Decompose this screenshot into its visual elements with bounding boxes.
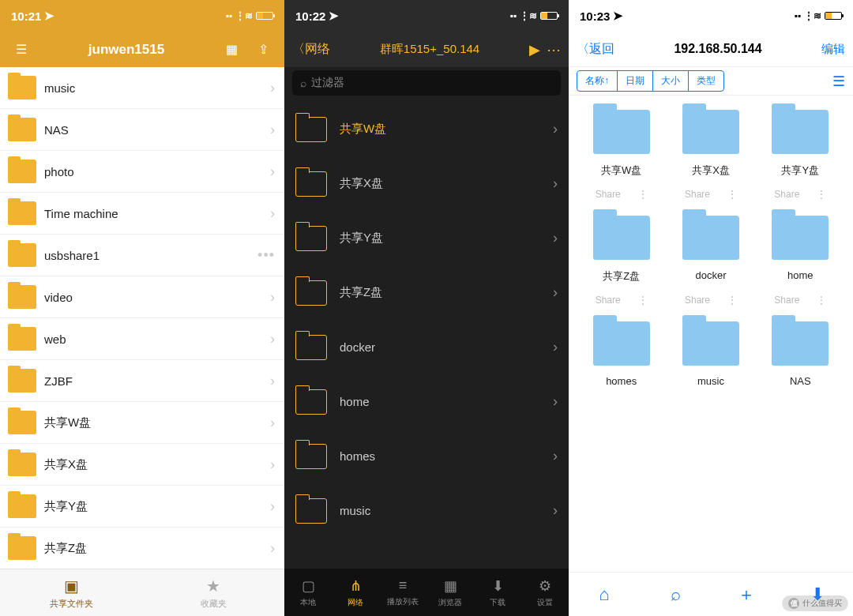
- folder-cell[interactable]: music: [669, 321, 752, 387]
- folder-label: 共享Y盘: [44, 499, 270, 514]
- folder-label: 共享W盘: [44, 415, 270, 430]
- more-vert-icon[interactable]: ⋮: [638, 189, 648, 200]
- list-item[interactable]: homes ›: [284, 429, 569, 483]
- share-label[interactable]: Share: [774, 295, 799, 306]
- folder-label: 共享X盘: [340, 176, 553, 191]
- tab-4[interactable]: ⬇ 下载: [474, 569, 521, 616]
- status-bar: 10:23 ➤ ▪▪ ⋮≋: [569, 0, 853, 32]
- chevron-right-icon: ›: [553, 121, 558, 137]
- folder-icon: [295, 280, 327, 306]
- tab-icon: ⬇: [492, 577, 504, 595]
- filter-input[interactable]: ⌕ 过滤器: [292, 70, 561, 96]
- nav-bar: 〈 返回 192.168.50.144 编辑: [569, 32, 853, 67]
- share-icon[interactable]: ⇪: [253, 39, 273, 60]
- folder-icon: [8, 411, 36, 434]
- sort-segment[interactable]: 名称↑日期大小类型: [577, 70, 724, 92]
- edit-button[interactable]: 编辑: [821, 42, 845, 57]
- sort-option[interactable]: 日期: [618, 71, 653, 91]
- more-vert-icon[interactable]: ⋮: [817, 189, 826, 200]
- list-item[interactable]: music ›: [284, 483, 569, 538]
- list-item[interactable]: 共享X盘 ›: [0, 444, 284, 486]
- more-vert-icon[interactable]: ⋮: [817, 295, 826, 306]
- share-label[interactable]: Share: [774, 189, 799, 200]
- tab-5[interactable]: ⚙ 设置: [521, 569, 569, 616]
- list-item[interactable]: 共享X盘 ›: [284, 156, 569, 211]
- folder-cell[interactable]: 共享X盘: [669, 110, 752, 178]
- folder-cell[interactable]: homes: [580, 321, 663, 387]
- chevron-right-icon: ›: [553, 448, 558, 464]
- tab-add[interactable]: ＋: [711, 573, 782, 616]
- tab-shared-folders[interactable]: ▣ 共享文件夹: [0, 569, 142, 616]
- tab-1[interactable]: ⋔ 网络: [332, 569, 379, 616]
- folder-cell[interactable]: 共享W盘: [580, 110, 663, 178]
- more-vert-icon[interactable]: ⋮: [638, 295, 648, 306]
- list-item[interactable]: video ›: [0, 276, 284, 318]
- list-item[interactable]: docker ›: [284, 320, 569, 374]
- list-item[interactable]: 共享Z盘 ›: [284, 265, 569, 320]
- tab-3[interactable]: ▦ 浏览器: [426, 569, 474, 616]
- share-label[interactable]: Share: [596, 189, 621, 200]
- list-item[interactable]: NAS ›: [0, 109, 284, 151]
- more-icon[interactable]: ⋯: [547, 41, 561, 58]
- folder-icon: [8, 243, 36, 267]
- sort-option[interactable]: 类型: [689, 71, 723, 91]
- list-item[interactable]: 共享W盘 ›: [284, 102, 569, 156]
- list-item[interactable]: web ›: [0, 318, 284, 360]
- folder-cell[interactable]: NAS: [759, 321, 842, 387]
- list-item[interactable]: photo ›: [0, 151, 284, 193]
- play-icon[interactable]: ▶: [529, 41, 540, 58]
- view-icon[interactable]: ▦: [221, 39, 242, 60]
- folder-icon: [682, 110, 739, 154]
- plus-icon: ＋: [738, 583, 755, 607]
- folder-grid[interactable]: 共享W盘 共享X盘 共享Y盘Share ⋮Share ⋮Share ⋮ 共享Z盘…: [569, 96, 853, 572]
- folder-cell[interactable]: 共享Z盘: [580, 216, 663, 284]
- folder-icon: [593, 110, 650, 154]
- folder-icon: [8, 285, 36, 309]
- tab-2[interactable]: ≡ 播放列表: [379, 569, 426, 616]
- list-item[interactable]: 共享Y盘 ›: [284, 211, 569, 265]
- back-button[interactable]: 〈 返回: [577, 41, 614, 58]
- share-label[interactable]: Share: [685, 189, 710, 200]
- folder-label: Time machine: [44, 207, 270, 220]
- share-label[interactable]: Share: [685, 295, 710, 306]
- tab-favorites[interactable]: ★ 收藏夹: [142, 569, 284, 616]
- more-vert-icon[interactable]: ⋮: [727, 189, 737, 200]
- tab-search[interactable]: ⌕: [640, 573, 711, 616]
- folder-label: 共享X盘: [692, 163, 730, 178]
- tab-0[interactable]: ▢ 本地: [284, 569, 332, 616]
- bottom-tabs: ▢ 本地⋔ 网络≡ 播放列表▦ 浏览器⬇ 下载⚙ 设置: [284, 569, 569, 616]
- tab-home[interactable]: ⌂: [569, 573, 640, 616]
- watermark: 值 什么值得买: [782, 595, 848, 611]
- menu-icon[interactable]: ☰: [11, 39, 32, 60]
- sort-option[interactable]: 大小: [653, 71, 689, 91]
- folder-icon: [593, 321, 650, 366]
- list-view-icon[interactable]: ☰: [832, 73, 845, 90]
- list-item[interactable]: Time machine ›: [0, 193, 284, 235]
- list-item[interactable]: 共享Y盘 ›: [0, 486, 284, 528]
- nav-bar: ☰ junwen1515 ▦ ⇪: [0, 32, 284, 67]
- folder-cell[interactable]: home: [759, 216, 842, 284]
- back-button[interactable]: 〈 网络: [292, 41, 330, 58]
- list-item[interactable]: ZJBF ›: [0, 360, 284, 402]
- chevron-right-icon: ›: [270, 205, 275, 222]
- folder-icon: [295, 117, 327, 142]
- list-item[interactable]: usbshare1 •••: [0, 235, 284, 276]
- folder-cell[interactable]: docker: [669, 216, 752, 284]
- folder-icon: [295, 389, 327, 415]
- list-item[interactable]: 共享W盘 ›: [0, 402, 284, 444]
- more-icon[interactable]: •••: [257, 247, 275, 264]
- chevron-right-icon: ›: [270, 122, 275, 138]
- folder-list[interactable]: music › NAS › photo › Time machine › usb…: [0, 67, 284, 569]
- tab-icon: ⋔: [350, 577, 362, 595]
- list-item[interactable]: 共享Z盘 ›: [0, 528, 284, 569]
- status-time: 10:22: [295, 9, 325, 23]
- more-vert-icon[interactable]: ⋮: [727, 295, 737, 306]
- share-label[interactable]: Share: [596, 295, 621, 306]
- chevron-right-icon: ›: [270, 498, 275, 515]
- list-item[interactable]: music ›: [0, 67, 284, 109]
- folder-list[interactable]: 共享W盘 › 共享X盘 › 共享Y盘 › 共享Z盘 › docker › hom…: [284, 102, 569, 569]
- sort-option[interactable]: 名称↑: [577, 71, 618, 91]
- folder-cell[interactable]: 共享Y盘: [759, 110, 842, 178]
- right-pane: 10:23 ➤ ▪▪ ⋮≋ 〈 返回 192.168.50.144 编辑 名称↑…: [569, 0, 853, 616]
- list-item[interactable]: home ›: [284, 374, 569, 429]
